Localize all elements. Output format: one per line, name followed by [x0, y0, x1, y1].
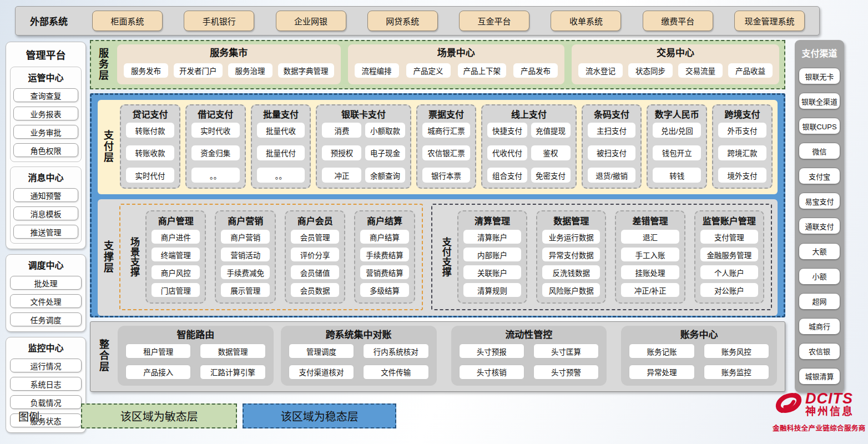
support-item-box: 商户营销	[221, 230, 269, 244]
clearing-mgmt-column: 清算管理 清算账户 内部账户 关联账户 清算规则	[457, 210, 527, 304]
column-title: 监管账户管理	[700, 213, 758, 230]
external-system-box: 手机银行	[184, 11, 254, 31]
logo-company-text: 神州信息	[805, 406, 854, 417]
management-platform-sidebar: 管理平台 运管中心 查询查复 业务报表 业务审批 角色权限 消息中心 通知预警 …	[6, 42, 86, 386]
support-item-box: 会员管理	[291, 230, 339, 244]
payment-channels-title: 支付渠道	[799, 46, 840, 59]
payment-category-barcode: 条码支付 主扫支付 被扫支付 退货/撤销	[582, 104, 642, 189]
group-item-box: 文件处理	[10, 294, 82, 308]
channel-box: 农信银	[799, 343, 840, 360]
merchant-mgmt-column: 商户管理 商户进件 终端管理 商户风控 门店管理	[145, 210, 206, 304]
center-title: 交易中心	[578, 46, 773, 60]
channel-box: 小额	[799, 268, 840, 285]
external-system-box: 收单系统	[551, 11, 621, 31]
payment-category-digital-rmb: 数字人民币 兑出/兑回 钱包开立 转钱	[647, 104, 707, 189]
payment-item-box: 充值提现	[531, 123, 571, 138]
message-center-group: 消息中心 通知预警 消息模板 推送管理	[10, 167, 82, 244]
external-system-box: 缴费平台	[643, 11, 713, 31]
integration-item-box: 数据管理	[200, 344, 265, 359]
support-item-box: 冲正/补正	[621, 283, 679, 297]
architecture-diagram: 外部系统 柜面系统 手机银行 企业网银 网贷系统 互金平台 收单系统 缴费平台 …	[0, 0, 868, 444]
group-item-box: 角色权限	[13, 143, 78, 157]
accounting-center-module: 账务中心 账务记账 账务风控 异常处理 账务监控	[621, 326, 777, 386]
module-title: 智能路由	[125, 326, 266, 344]
support-item-box: 手续费减免	[221, 265, 269, 279]
integration-item-box: 租户管理	[125, 344, 191, 359]
column-title: 差错管理	[621, 213, 679, 230]
cross-system-reconciliation-module: 跨系统集中对账 管理调度 行内系统核对 支付渠道核对 文件传输	[281, 326, 437, 386]
service-layer: 服务层 服务集市 服务发布 开发者门户 服务治理 数据字典管理 场景中心 流程编…	[90, 40, 785, 89]
support-item-box: 手工入账	[621, 248, 679, 261]
payment-channels-rail: 支付渠道 银联无卡 银联全渠道 银联CUPS 微信 支付宝 易宝支付 通联支付 …	[795, 40, 844, 392]
center-title: 场景中心	[355, 46, 558, 60]
support-item-box: 风险账户数据	[542, 283, 600, 297]
payment-item-box: 预授权	[322, 145, 361, 160]
service-market-center: 服务集市 服务发布 开发者门户 服务治理 数据字典管理	[117, 44, 341, 84]
dcits-logo: DCITS 神州信息 金融科技全产业链综合服务商	[773, 388, 868, 433]
integration-item-box: 头寸预警	[533, 365, 599, 380]
integration-item-box: 管理调度	[289, 344, 354, 359]
category-title: 票据支付	[422, 107, 471, 123]
payment-item-box: 批量代付	[257, 145, 305, 160]
integration-item-box: 账务记账	[629, 344, 694, 359]
payment-item-box: 组合支付	[487, 168, 527, 183]
integration-item-box: 头寸预报	[459, 344, 524, 359]
channel-box: 支付宝	[799, 168, 840, 184]
payment-category-crossborder: 跨境支付 外币支付 跨境汇款 境外支付	[712, 104, 773, 189]
group-title: 运管中心	[13, 70, 78, 84]
service-item-box: 交易流量	[678, 63, 723, 78]
payment-item-box: 外币支付	[718, 123, 766, 138]
module-title: 流动性管控	[459, 326, 599, 344]
service-item-box: 产品收益	[728, 63, 773, 78]
payment-item-box: 。。	[191, 168, 240, 183]
integration-item-box: 文件传输	[363, 365, 428, 380]
payment-item-box: 鉴权	[531, 145, 571, 160]
merchant-member-column: 商户会员 会员管理 评价分享 会员储值 会员数据	[285, 210, 345, 304]
payment-item-box: 境外支付	[718, 168, 766, 183]
integration-item-box: 产品接入	[125, 365, 191, 380]
legend-label: 图例:	[18, 408, 42, 423]
management-platform-title: 管理平台	[10, 46, 82, 62]
center-title: 服务集市	[124, 46, 334, 60]
group-item-box: 推送管理	[13, 225, 78, 239]
payment-category-bill: 票据支付 城商行汇票 农信银汇票 银行本票	[416, 104, 477, 189]
data-mgmt-column: 数据管理 业务运行数据 异常支付数据 反洗钱数据 风险账户数据	[536, 210, 606, 304]
schedule-center-box: 调度中心 批处理 文件处理 任务调度	[6, 254, 86, 332]
payment-item-box: 快捷支付	[487, 123, 527, 138]
column-title: 商户营销	[221, 213, 269, 230]
support-item-box: 营销活动	[221, 248, 269, 261]
payment-item-box: 资金归集	[191, 145, 240, 160]
module-title: 跨系统集中对账	[289, 326, 429, 344]
integration-item-box: 头寸匡算	[533, 344, 599, 359]
channel-box: 城银清算	[799, 368, 840, 385]
payment-item-box: 退货/撤销	[588, 168, 636, 183]
channel-box: 超网	[799, 293, 840, 310]
payment-item-box: 代收代付	[487, 145, 527, 160]
payment-support-label: 支付支撑	[439, 210, 453, 304]
support-item-box: 商户结算	[360, 230, 408, 244]
external-systems-bar: 外部系统 柜面系统 手机银行 企业网银 网贷系统 互金平台 收单系统 缴费平台 …	[15, 6, 820, 36]
dcits-swirl-icon	[773, 388, 805, 420]
payment-item-box: 转钱	[653, 168, 701, 183]
channel-box: 微信	[799, 143, 840, 159]
channel-box: 银联无卡	[799, 68, 840, 84]
payment-item-box: 批量代收	[257, 123, 305, 138]
payment-item-box: 兑出/兑回	[653, 123, 701, 138]
integration-item-box: 汇路计算引擎	[200, 365, 265, 380]
logo-tagline: 金融科技全产业链综合服务商	[773, 422, 868, 433]
payment-item-box: 电子现金	[365, 145, 405, 160]
payment-item-box: 实时代收	[191, 123, 240, 138]
merchant-settlement-column: 商户结算 商户结算 手续费结算 营销费结算 多级结算	[354, 210, 415, 304]
support-item-box: 支付管理	[700, 230, 758, 244]
payment-item-box: 农信银汇票	[422, 145, 471, 160]
payment-item-box: 跨境汇款	[718, 145, 766, 160]
payment-item-box: 。。	[257, 168, 305, 183]
external-system-box: 网贷系统	[367, 11, 438, 31]
payment-item-box: 城商行汇票	[422, 123, 471, 138]
channel-box: 通联支付	[799, 218, 840, 234]
integration-item-box: 异常处理	[629, 365, 694, 380]
group-title: 调度中心	[10, 258, 82, 271]
external-system-box: 现金管理系统	[734, 11, 805, 31]
service-item-box: 产品定义	[406, 63, 451, 78]
column-title: 清算管理	[463, 213, 521, 230]
